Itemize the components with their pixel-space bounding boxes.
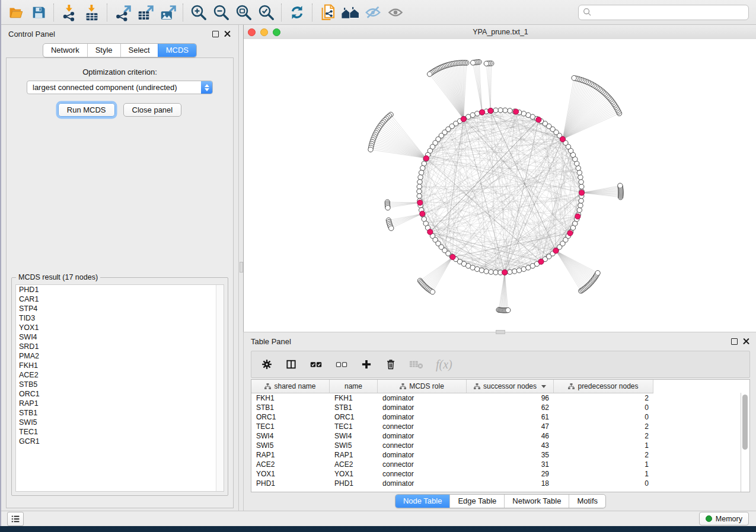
mcds-result-item[interactable]: GCR1 xyxy=(16,437,224,446)
result-list-scrollbar[interactable] xyxy=(216,285,224,491)
table-cell[interactable]: ORC1 xyxy=(251,413,330,421)
graph-mcds-node[interactable] xyxy=(480,110,485,115)
delete-column-button[interactable] xyxy=(385,358,397,370)
task-history-button[interactable] xyxy=(7,512,24,526)
save-session-button[interactable] xyxy=(27,2,50,23)
table-cell[interactable]: 1 xyxy=(554,470,653,478)
tab-select[interactable]: Select xyxy=(120,44,158,57)
table-row[interactable]: YOX1YOX1connector291 xyxy=(251,469,749,479)
graph-node[interactable] xyxy=(572,75,576,80)
graph-node[interactable] xyxy=(578,203,583,208)
graph-mcds-node[interactable] xyxy=(420,211,425,216)
graph-node[interactable] xyxy=(512,269,517,274)
export-image-button[interactable] xyxy=(157,2,179,23)
graph-node[interactable] xyxy=(417,184,422,189)
graph-node[interactable] xyxy=(417,189,422,194)
table-cell[interactable]: 1 xyxy=(554,460,653,469)
graph-mcds-node[interactable] xyxy=(553,248,559,254)
graph-mcds-node[interactable] xyxy=(538,259,544,264)
table-cell[interactable]: connector xyxy=(378,422,467,431)
zoom-selected-button[interactable] xyxy=(255,2,277,23)
clone-network-button[interactable] xyxy=(317,2,339,23)
tab-mcds[interactable]: MCDS xyxy=(158,44,196,57)
graph-node[interactable] xyxy=(577,207,582,212)
graph-node[interactable] xyxy=(493,108,498,113)
run-mcds-button[interactable]: Run MCDS xyxy=(58,103,115,117)
import-network-button[interactable] xyxy=(58,2,81,23)
tab-network-table[interactable]: Network Table xyxy=(504,495,569,508)
table-cell[interactable]: 18 xyxy=(467,479,554,488)
table-cell[interactable]: PHD1 xyxy=(251,479,330,488)
table-cell[interactable]: 1 xyxy=(554,441,653,450)
table-cell[interactable]: dominator xyxy=(378,403,467,412)
graph-node[interactable] xyxy=(417,180,422,184)
table-row[interactable]: SWI4SWI4dominator462 xyxy=(251,431,749,441)
table-cell[interactable]: 61 xyxy=(467,413,554,421)
mcds-result-item[interactable]: TEC1 xyxy=(16,427,224,437)
graph-node[interactable] xyxy=(389,226,394,230)
table-cell[interactable]: YOX1 xyxy=(251,470,330,478)
table-row[interactable]: SWI5SWI5connector431 xyxy=(251,441,749,450)
mcds-result-item[interactable]: SRD1 xyxy=(16,342,224,351)
refresh-view-button[interactable] xyxy=(286,2,308,23)
zoom-in-button[interactable] xyxy=(187,2,210,23)
column-header-MCDS-role[interactable]: MCDS role xyxy=(378,380,467,393)
table-row[interactable]: ORC1ORC1dominator610 xyxy=(251,412,749,422)
graph-node[interactable] xyxy=(417,194,422,198)
table-cell[interactable]: TEC1 xyxy=(251,422,330,431)
graph-mcds-node[interactable] xyxy=(579,190,584,196)
table-cell[interactable]: 2 xyxy=(554,451,653,459)
tab-style[interactable]: Style xyxy=(87,44,120,57)
table-cell[interactable]: RAP1 xyxy=(330,451,378,459)
graph-mcds-node[interactable] xyxy=(428,229,433,235)
float-panel-icon[interactable] xyxy=(731,338,738,345)
criterion-select[interactable]: largest connected component (undirected) xyxy=(27,81,213,94)
mcds-result-item[interactable]: STP4 xyxy=(16,304,224,313)
table-cell[interactable]: dominator xyxy=(378,394,467,402)
table-cell[interactable]: dominator xyxy=(378,451,467,459)
tab-node-table[interactable]: Node Table xyxy=(395,495,450,508)
table-cell[interactable]: dominator xyxy=(378,479,467,488)
table-cell[interactable]: RAP1 xyxy=(251,451,330,459)
table-cell[interactable]: STB1 xyxy=(330,403,378,412)
mcds-result-item[interactable]: STB5 xyxy=(16,380,224,389)
hide-selected-button[interactable] xyxy=(362,2,384,23)
table-cell[interactable]: SWI5 xyxy=(251,441,330,450)
mcds-result-item[interactable]: ORC1 xyxy=(16,389,224,399)
column-header-name[interactable]: name xyxy=(330,380,378,393)
close-panel-button[interactable]: Close panel xyxy=(123,103,182,117)
memory-button[interactable]: Memory xyxy=(699,512,749,525)
table-cell[interactable]: SWI4 xyxy=(251,432,330,440)
table-cell[interactable]: 96 xyxy=(467,394,554,402)
graph-node[interactable] xyxy=(475,267,480,271)
graph-node[interactable] xyxy=(430,290,435,294)
graph-node[interactable] xyxy=(579,180,583,184)
table-row[interactable]: FKH1FKH1dominator962 xyxy=(251,393,749,403)
table-cell[interactable]: 2 xyxy=(554,422,653,431)
deselect-all-button[interactable] xyxy=(335,359,348,370)
show-all-button[interactable] xyxy=(384,2,407,23)
table-cell[interactable]: PHD1 xyxy=(330,479,378,488)
mcds-result-item[interactable]: CAR1 xyxy=(16,294,224,304)
mcds-result-item[interactable]: ACE2 xyxy=(16,370,224,380)
graph-mcds-node[interactable] xyxy=(461,116,466,121)
graph-node[interactable] xyxy=(508,270,512,274)
close-panel-icon[interactable] xyxy=(743,338,749,345)
graph-node[interactable] xyxy=(578,175,583,180)
zoom-out-button[interactable] xyxy=(210,2,232,23)
graph-node[interactable] xyxy=(368,147,373,152)
table-row[interactable]: PHD1PHD1dominator180 xyxy=(251,479,749,488)
table-cell[interactable]: ACE2 xyxy=(330,460,378,469)
graph-node[interactable] xyxy=(493,270,498,275)
graph-node[interactable] xyxy=(521,111,526,116)
mcds-result-item[interactable]: TID3 xyxy=(16,313,224,323)
export-table-button[interactable] xyxy=(134,2,157,23)
graph-node[interactable] xyxy=(427,72,432,76)
table-scrollbar[interactable] xyxy=(741,393,749,492)
show-column-button[interactable] xyxy=(285,358,297,370)
search-input[interactable] xyxy=(595,7,744,17)
table-cell[interactable]: 43 xyxy=(467,441,554,450)
table-cell[interactable]: SWI5 xyxy=(330,441,378,450)
zoom-fit-button[interactable] xyxy=(232,2,255,23)
graph-node[interactable] xyxy=(508,108,512,113)
